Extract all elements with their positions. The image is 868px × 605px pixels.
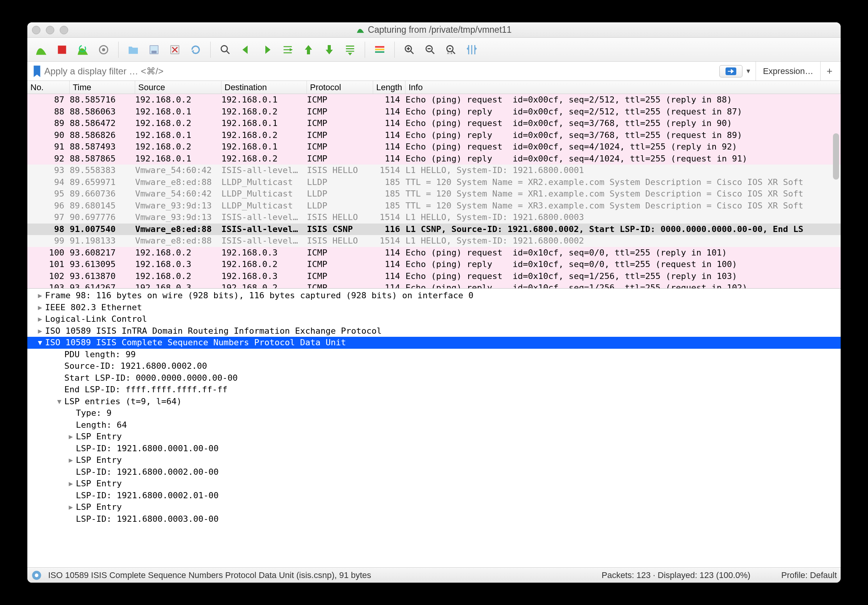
detail-line[interactable]: Length: 64: [27, 419, 841, 431]
detail-text: Logical-Link Control: [45, 313, 147, 325]
go-back-button[interactable]: [238, 41, 255, 58]
packet-details-pane[interactable]: ▶Frame 98: 116 bytes on wire (928 bits),…: [27, 288, 841, 567]
save-file-button[interactable]: [146, 41, 163, 58]
detail-text: LSP-ID: 1921.6800.0001.00-00: [76, 443, 219, 455]
packet-row[interactable]: 10093.608217192.168.0.2192.168.0.3ICMP11…: [27, 247, 841, 259]
add-filter-button[interactable]: +: [821, 65, 838, 77]
expand-toggle-icon[interactable]: ▶: [35, 325, 45, 337]
expand-toggle-icon[interactable]: ▶: [66, 478, 76, 490]
packet-rows[interactable]: 8788.585716192.168.0.2192.168.0.1ICMP114…: [27, 94, 841, 288]
packet-row[interactable]: 9489.659971Vmware_e8:ed:88LLDP_Multicast…: [27, 176, 841, 188]
open-file-button[interactable]: [125, 41, 142, 58]
expert-info-icon[interactable]: [31, 570, 42, 581]
detail-text: LSP Entry: [76, 454, 122, 466]
detail-line[interactable]: ▶Logical-Link Control: [27, 313, 841, 325]
capture-options-button[interactable]: [95, 41, 112, 58]
col-source[interactable]: Source: [135, 81, 221, 94]
detail-line[interactable]: Type: 9: [27, 407, 841, 419]
go-last-button[interactable]: [321, 41, 338, 58]
detail-line[interactable]: ▶ISO 10589 ISIS InTRA Domain Routeing In…: [27, 325, 841, 337]
packet-row[interactable]: 9589.660736Vmware_54:60:42LLDP_Multicast…: [27, 188, 841, 200]
expand-toggle-icon[interactable]: ▶: [66, 431, 76, 443]
detail-line[interactable]: ▶LSP Entry: [27, 431, 841, 443]
packet-row[interactable]: 9891.007540Vmware_e8:ed:88ISIS-all-level…: [27, 224, 841, 235]
expand-toggle-icon[interactable]: ▼: [35, 337, 45, 349]
packet-row[interactable]: 10193.613095192.168.0.3192.168.0.2ICMP11…: [27, 259, 841, 271]
detail-text: LSP-ID: 1921.6800.0002.01-00: [76, 490, 219, 502]
expand-toggle-icon[interactable]: ▶: [66, 501, 76, 513]
detail-line[interactable]: ▼LSP entries (t=9, l=64): [27, 396, 841, 408]
svg-rect-0: [58, 45, 66, 54]
stop-capture-button[interactable]: [54, 41, 70, 58]
resize-columns-button[interactable]: [463, 41, 480, 58]
go-first-button[interactable]: [300, 41, 317, 58]
packet-row[interactable]: 9991.198133Vmware_e8:ed:88ISIS-all-level…: [27, 235, 841, 247]
find-packet-button[interactable]: [217, 41, 234, 58]
packet-row[interactable]: 9288.587865192.168.0.1192.168.0.2ICMP114…: [27, 153, 841, 165]
expand-toggle-icon[interactable]: ▶: [66, 454, 76, 466]
toolbar-separator: [365, 42, 365, 58]
filter-history-dropdown[interactable]: ▼: [745, 68, 752, 75]
col-destination[interactable]: Destination: [221, 81, 307, 94]
packet-list-header[interactable]: No. Time Source Destination Protocol Len…: [27, 81, 841, 94]
expression-button[interactable]: Expression…: [756, 62, 821, 81]
packet-row[interactable]: 9088.586826192.168.0.1192.168.0.2ICMP114…: [27, 129, 841, 141]
go-forward-button[interactable]: [258, 41, 275, 58]
expand-toggle-icon[interactable]: ▶: [35, 302, 45, 314]
detail-line[interactable]: ▶IEEE 802.3 Ethernet: [27, 302, 841, 314]
zoom-reset-button[interactable]: 1:1: [442, 41, 459, 58]
apply-filter-button[interactable]: [719, 65, 742, 77]
expand-toggle-icon[interactable]: ▼: [54, 396, 64, 408]
detail-text: Type: 9: [76, 407, 112, 419]
detail-line[interactable]: Start LSP-ID: 0000.0000.0000.00-00: [27, 372, 841, 384]
packet-row[interactable]: 8888.586063192.168.0.1192.168.0.2ICMP114…: [27, 106, 841, 118]
packet-list-scrollbar[interactable]: [832, 95, 840, 287]
detail-line[interactable]: LSP-ID: 1921.6800.0003.00-00: [27, 513, 841, 525]
window-title-text: Capturing from /private/tmp/vmnet11: [368, 25, 511, 35]
reload-button[interactable]: [187, 41, 204, 58]
detail-line[interactable]: End LSP-ID: ffff.ffff.ffff.ff-ff: [27, 384, 841, 396]
packet-row[interactable]: 8788.585716192.168.0.2192.168.0.1ICMP114…: [27, 94, 841, 106]
auto-scroll-button[interactable]: [342, 41, 359, 58]
main-toolbar: 1:1: [27, 38, 841, 62]
zoom-out-button[interactable]: [422, 41, 439, 58]
packet-row[interactable]: 9689.680145Vmware_93:9d:13LLDP_Multicast…: [27, 200, 841, 212]
packet-row[interactable]: 9790.697776Vmware_93:9d:13ISIS-all-level…: [27, 212, 841, 224]
detail-line[interactable]: ▼ISO 10589 ISIS Complete Sequence Number…: [27, 337, 841, 349]
go-to-packet-button[interactable]: [279, 41, 296, 58]
close-file-button[interactable]: [166, 41, 183, 58]
colorize-button[interactable]: [371, 41, 388, 58]
detail-line[interactable]: LSP-ID: 1921.6800.0002.00-00: [27, 466, 841, 478]
packet-row[interactable]: 10393.614267192.168.0.3192.168.0.2ICMP11…: [27, 282, 841, 288]
packet-row[interactable]: 9389.558383Vmware_54:60:42ISIS-all-level…: [27, 165, 841, 176]
restart-capture-button[interactable]: [74, 41, 91, 58]
zoom-in-button[interactable]: [401, 41, 418, 58]
detail-line[interactable]: ▶LSP Entry: [27, 501, 841, 513]
status-profile[interactable]: Profile: Default: [781, 570, 837, 580]
detail-text: Start LSP-ID: 0000.0000.0000.00-00: [64, 372, 238, 384]
status-bar: ISO 10589 ISIS Complete Sequence Numbers…: [27, 567, 841, 583]
detail-line[interactable]: LSP-ID: 1921.6800.0001.00-00: [27, 443, 841, 455]
col-protocol[interactable]: Protocol: [307, 81, 373, 94]
col-time[interactable]: Time: [70, 81, 135, 94]
col-no[interactable]: No.: [27, 81, 70, 94]
detail-line[interactable]: Source-ID: 1921.6800.0002.00: [27, 360, 841, 372]
start-capture-button[interactable]: [33, 41, 50, 58]
packet-row[interactable]: 9188.587493192.168.0.2192.168.0.1ICMP114…: [27, 141, 841, 153]
app-icon: [356, 26, 365, 34]
expand-toggle-icon[interactable]: ▶: [35, 313, 45, 325]
col-length[interactable]: Length: [373, 81, 406, 94]
detail-line[interactable]: LSP-ID: 1921.6800.0002.01-00: [27, 490, 841, 502]
col-info[interactable]: Info: [406, 81, 841, 94]
detail-line[interactable]: PDU length: 99: [27, 349, 841, 361]
detail-line[interactable]: ▶LSP Entry: [27, 478, 841, 490]
expand-toggle-icon[interactable]: ▶: [35, 290, 45, 302]
detail-line[interactable]: ▶Frame 98: 116 bytes on wire (928 bits),…: [27, 290, 841, 302]
scrollbar-thumb[interactable]: [833, 133, 839, 180]
detail-line[interactable]: ▶LSP Entry: [27, 454, 841, 466]
detail-text: ISO 10589 ISIS Complete Sequence Numbers…: [45, 337, 346, 349]
display-filter-input[interactable]: [44, 66, 719, 77]
packet-row[interactable]: 10293.613870192.168.0.2192.168.0.3ICMP11…: [27, 271, 841, 282]
bookmark-icon[interactable]: [32, 65, 42, 78]
packet-row[interactable]: 8988.586472192.168.0.2192.168.0.1ICMP114…: [27, 118, 841, 129]
